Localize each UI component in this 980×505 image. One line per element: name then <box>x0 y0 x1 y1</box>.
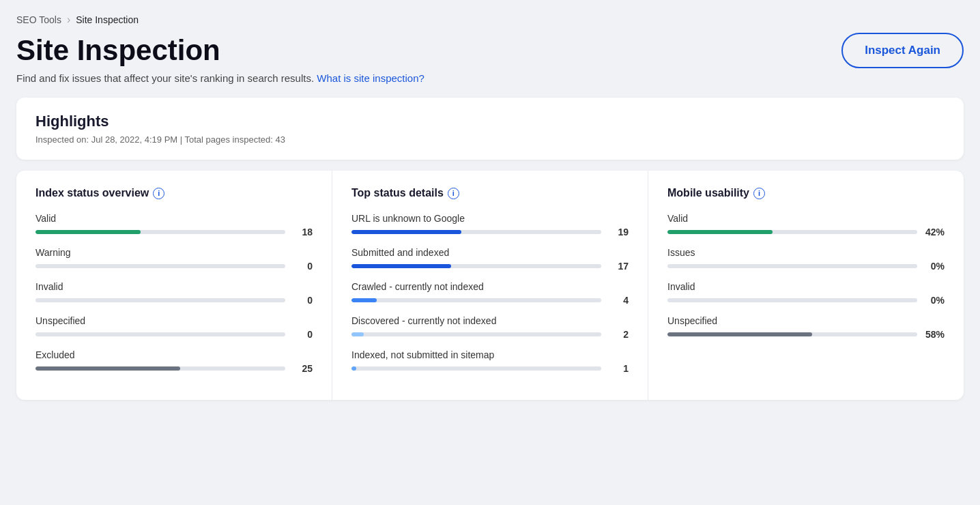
subtitle-link[interactable]: What is site inspection? <box>317 72 424 84</box>
list-item: Invalid 0% <box>667 281 945 306</box>
index-status-items: Valid 18 Warning 0 Invalid <box>35 213 313 374</box>
top-status-items: URL is unknown to Google 19 Submitted an… <box>351 213 629 374</box>
list-item: Crawled - currently not indexed 4 <box>351 281 629 306</box>
breadcrumb-separator: › <box>67 14 70 26</box>
list-item: Discovered - currently not indexed 2 <box>351 315 629 340</box>
breadcrumb-current: Site Inspection <box>76 14 139 25</box>
top-status-info-icon[interactable]: i <box>448 188 459 199</box>
list-item: Unspecified 0 <box>35 315 313 340</box>
list-item: Issues 0% <box>667 247 945 272</box>
subtitle: Find and fix issues that affect your sit… <box>16 72 964 84</box>
list-item: Submitted and indexed 17 <box>351 247 629 272</box>
list-item: Indexed, not submitted in sitemap 1 <box>351 349 629 374</box>
breadcrumb: SEO Tools › Site Inspection <box>16 14 964 26</box>
mobile-usability-panel: Mobile usability i Valid 42% Issues 0% <box>648 171 964 400</box>
list-item: Excluded 25 <box>35 349 313 374</box>
top-status-panel: Top status details i URL is unknown to G… <box>332 171 648 400</box>
top-status-title: Top status details i <box>351 187 629 199</box>
highlights-card: Highlights Inspected on: Jul 28, 2022, 4… <box>16 98 964 160</box>
list-item: Valid 18 <box>35 213 313 237</box>
highlights-title: Highlights <box>35 113 945 130</box>
index-status-title: Index status overview i <box>35 187 313 199</box>
index-status-panel: Index status overview i Valid 18 Warning… <box>16 171 332 400</box>
list-item: Warning 0 <box>35 247 313 272</box>
list-item: Unspecified 58% <box>667 315 945 340</box>
highlights-meta: Inspected on: Jul 28, 2022, 4:19 PM | To… <box>35 134 945 145</box>
mobile-usability-title: Mobile usability i <box>667 187 945 199</box>
mobile-usability-items: Valid 42% Issues 0% Invalid <box>667 213 945 340</box>
list-item: Valid 42% <box>667 213 945 237</box>
list-item: Invalid 0 <box>35 281 313 306</box>
panels-row: Index status overview i Valid 18 Warning… <box>16 171 964 400</box>
index-status-info-icon[interactable]: i <box>153 188 164 199</box>
list-item: URL is unknown to Google 19 <box>351 213 629 237</box>
inspect-again-button[interactable]: Inspect Again <box>841 33 964 68</box>
mobile-usability-info-icon[interactable]: i <box>753 188 765 199</box>
page-title: Site Inspection <box>16 35 220 66</box>
breadcrumb-parent[interactable]: SEO Tools <box>16 14 61 25</box>
header-row: Site Inspection Inspect Again <box>16 33 964 68</box>
